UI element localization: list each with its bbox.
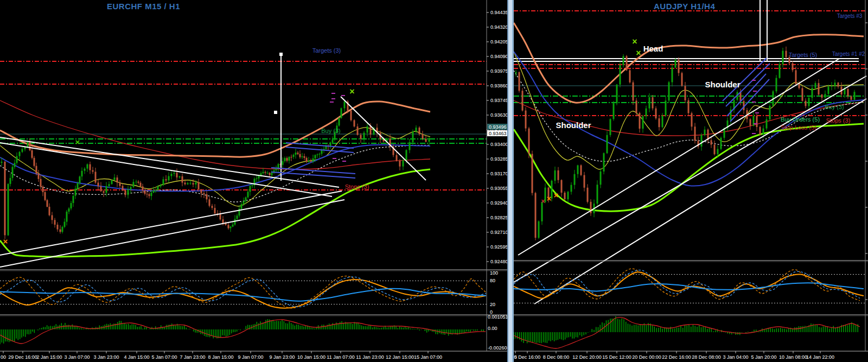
order-tick: [342, 161, 346, 162]
order-tick: [333, 158, 336, 159]
price-tag-value: 0.93463: [489, 131, 507, 136]
time-axis: 0029 Dec 16:002 Jan 15:003 Jan 07:003 Ja…: [1, 351, 442, 360]
time-axis-label: 3 Jan 07:00: [64, 354, 90, 360]
line-handle[interactable]: [279, 53, 283, 56]
time-axis-label: 11 Jan 07:00: [327, 354, 354, 360]
ascending-trendline[interactable]: [514, 76, 866, 282]
targets-label[interactable]: Targets #3: [837, 13, 863, 19]
price-axis-label: 0.92825: [490, 215, 508, 220]
oscillator-signal-line: [0, 320, 486, 344]
x-marker-green[interactable]: ×: [349, 87, 354, 96]
stoch-axis-label: 20: [490, 302, 495, 307]
time-axis-label: 3 Jan 23:00: [93, 354, 119, 360]
price-axis-label: 0.93285: [490, 156, 508, 162]
time-axis-label: 22 Dec 16:00: [662, 354, 691, 360]
charts-canvas[interactable]: ×××0.944350.943200.942050.940900.939750.…: [0, 0, 868, 362]
time-axis-label: 2 Jan 15:00: [36, 354, 62, 360]
price-axis-label: 0.94205: [490, 39, 508, 45]
targets-label[interactable]: Targets #1 #2: [832, 51, 865, 57]
window-splitter[interactable]: [507, 0, 514, 362]
buy-orders-label[interactable]: Buy Orders (5): [781, 116, 820, 123]
time-axis-label: 7 Jan 23:00: [180, 354, 205, 360]
price-axis-label: 0.93975: [490, 68, 508, 74]
chart-title-eurchf: EURCHF M15 / H1: [107, 2, 180, 11]
order-tick: [754, 123, 757, 124]
buy-label[interactable]: Buy (3): [825, 104, 844, 110]
head-label[interactable]: Head: [643, 44, 663, 53]
oscillator-histogram: [514, 316, 858, 344]
x-marker-green[interactable]: ×: [75, 137, 80, 147]
price-axis-label: 0.93860: [490, 83, 508, 88]
ma-green: [514, 124, 864, 211]
time-axis-label: 5 Dec 16:00: [514, 354, 541, 360]
ascending-trendline[interactable]: [0, 200, 344, 267]
ascending-trendline[interactable]: [0, 191, 342, 255]
time-axis-label: 9 Jan 23:00: [269, 354, 295, 360]
time-axis-label: 5 Jan 20:00: [751, 354, 776, 360]
time-axis-label: 11 Jan 23:00: [356, 354, 384, 360]
x-marker-orange[interactable]: ×: [554, 190, 559, 200]
price-axis-label: 0.94435: [490, 10, 508, 15]
time-axis-label: 8 Jan 15:00: [208, 354, 233, 360]
shoulder-label[interactable]: Shoulder: [705, 80, 740, 89]
price-tag-value: 0.93496: [489, 124, 507, 130]
order-tick: [752, 80, 756, 81]
time-axis-label: 10 Jan 08:00: [779, 354, 807, 360]
price-axis-label: 0.92480: [490, 259, 508, 264]
stops-label[interactable]: Stops (3): [826, 117, 851, 124]
time-axis: 05 Dec 16:008 Dec 08:0012 Dec 20:0015 De…: [514, 351, 834, 360]
x-marker-orange[interactable]: ×: [3, 237, 8, 246]
price-axis-label: 0.92710: [490, 230, 508, 235]
order-tick: [752, 133, 756, 134]
drawn-lines[interactable]: [0, 53, 426, 267]
x-marker-red[interactable]: ×: [541, 198, 545, 205]
moving-averages: [0, 100, 430, 257]
time-axis-label: 00: [1, 354, 6, 360]
targets-label[interactable]: Targets (3): [312, 47, 341, 54]
x-marker-green[interactable]: ×: [636, 48, 641, 58]
order-tick: [752, 101, 756, 103]
stop-loss-label[interactable]: Stop Loss (5): [781, 124, 816, 131]
price-axis: 0.944350.943200.942050.940900.939750.938…: [487, 10, 510, 351]
price-axis-label: 0.93400: [490, 142, 508, 147]
targets-label[interactable]: Targets (5): [789, 52, 818, 58]
time-axis-label: 29 Dec 16:00: [8, 354, 37, 360]
order-tick: [755, 112, 759, 113]
ascending-trendline[interactable]: [518, 59, 839, 255]
line-handle[interactable]: [274, 111, 277, 114]
stoch-series: [0, 277, 486, 307]
chart-audjpy[interactable]: ×××××05 Dec 16:008 Dec 08:0012 Dec 20:00…: [514, 0, 868, 360]
x-marker-orange[interactable]: ×: [547, 194, 552, 203]
oscillator-signal-line: [514, 317, 860, 348]
x-marker-green[interactable]: ×: [632, 37, 637, 46]
time-axis-label: 12 Jan 15:00: [386, 354, 414, 360]
stoch-series: [0, 289, 486, 301]
time-axis-label: 10 Jan 15:00: [297, 354, 326, 360]
price-axis-label: 0.94090: [490, 54, 508, 59]
buy-label[interactable]: Buy (3): [321, 128, 340, 134]
ma-white-dotted: [0, 145, 430, 202]
price-axis-label: 0.92595: [490, 244, 508, 250]
stoch-axis-label: 100: [490, 270, 498, 276]
trading-terminal: ×××0.944350.943200.942050.940900.939750.…: [0, 0, 868, 362]
price-axis: [865, 23, 867, 300]
ma-orange: [0, 101, 430, 157]
price-axis-label: 0.93630: [490, 112, 508, 118]
order-tick: [330, 101, 334, 103]
order-tick: [753, 91, 757, 92]
ma-red: [0, 100, 430, 169]
order-tick: [331, 93, 335, 94]
time-axis-label: 28 Dec 08:00: [692, 354, 721, 360]
chart-eurchf[interactable]: ×××0.944350.943200.942050.940900.939750.…: [0, 0, 510, 360]
stoch-series: [514, 272, 864, 299]
time-axis-label: 5 Jan 07:00: [151, 354, 177, 360]
descending-trendline[interactable]: [0, 143, 332, 196]
stops-label[interactable]: Stops (3): [345, 183, 369, 190]
oscillator-axis-label: -0.002608: [488, 345, 510, 351]
time-axis-label: 3 Jan 04:00: [723, 354, 748, 360]
shoulder-label[interactable]: Shoulder: [556, 120, 591, 130]
order-tick: [331, 98, 335, 99]
time-axis-label: 15 Jan 07:00: [414, 354, 442, 360]
time-axis-label: 8 Dec 08:00: [543, 354, 570, 360]
order-tick: [341, 95, 345, 96]
